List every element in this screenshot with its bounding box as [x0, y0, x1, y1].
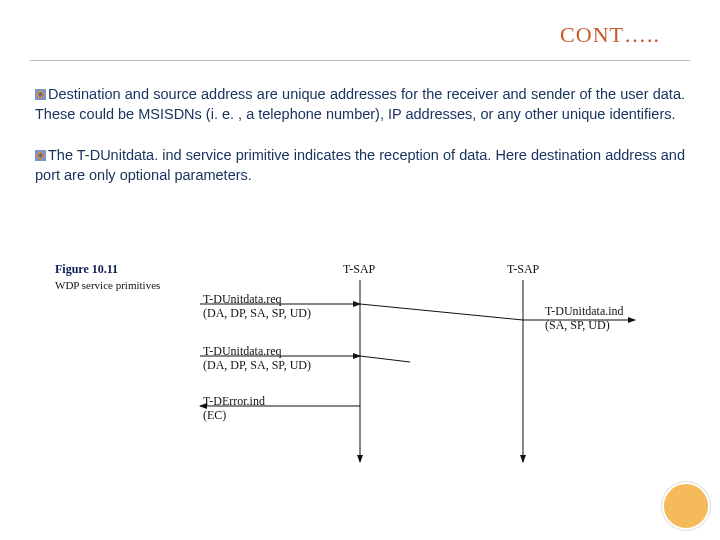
- svg-line-5: [360, 304, 523, 320]
- bullet-icon: [35, 147, 46, 167]
- content-area: Destination and source address are uniqu…: [35, 85, 685, 207]
- paragraph-2: The T-DUnitdata. ind service primitive i…: [35, 146, 685, 185]
- bullet-icon: [35, 86, 46, 106]
- svg-line-8: [360, 356, 410, 362]
- paragraph-1: Destination and source address are uniqu…: [35, 85, 685, 124]
- divider-line: [30, 60, 690, 61]
- paragraph-2-text: The T-DUnitdata. ind service primitive i…: [35, 147, 685, 183]
- slide-title: CONT…..: [560, 22, 660, 48]
- decorative-circle: [662, 482, 710, 530]
- figure-diagram: Figure 10.11 WDP service primitives T-SA…: [55, 262, 655, 472]
- paragraph-1-text: Destination and source address are uniqu…: [35, 86, 685, 122]
- sequence-diagram-svg: [55, 262, 655, 472]
